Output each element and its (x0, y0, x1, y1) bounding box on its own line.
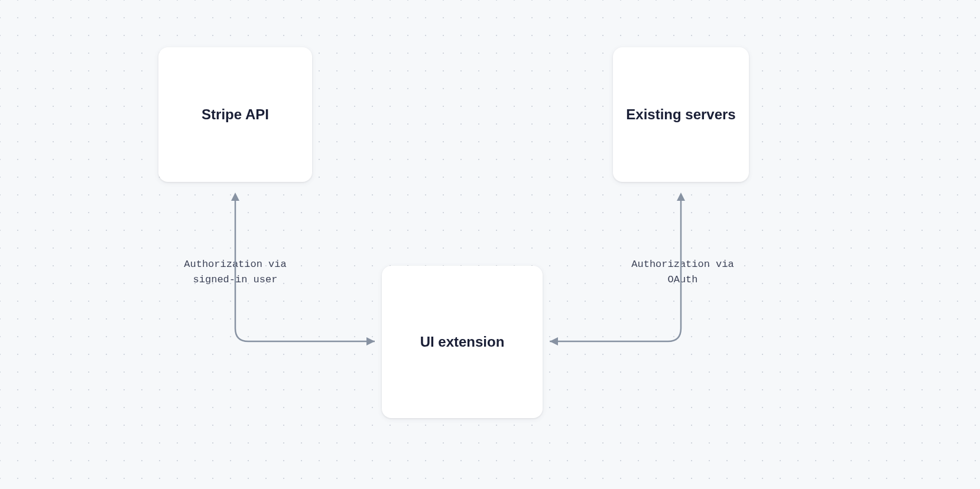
arrow-right (0, 0, 980, 489)
arrowhead-up-into-servers (677, 193, 685, 201)
arrowhead-left-into-ui-right (550, 337, 558, 345)
arrow-right-path (550, 201, 681, 341)
